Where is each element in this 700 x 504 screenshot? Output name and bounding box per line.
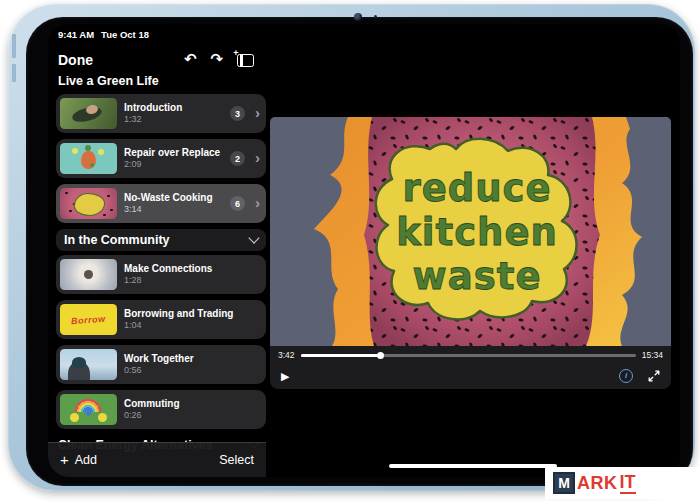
- volume-up-button: [12, 34, 16, 58]
- total-time: 15:34: [642, 350, 663, 360]
- chevron-down-icon: [248, 232, 259, 243]
- home-indicator[interactable]: [389, 464, 557, 468]
- item-title: No-Waste Cooking: [124, 192, 213, 204]
- video-frame-dragonfruit[interactable]: reduce kitchen waste: [270, 117, 671, 346]
- chevron-right-icon: ›: [255, 103, 260, 123]
- ipad-device: 9:41 AM Tue Oct 18 100% Done ↶ ↷: [8, 4, 695, 491]
- video-title-line3: waste: [413, 255, 542, 298]
- thumbnail-introduction: [60, 98, 117, 129]
- list-item-introduction[interactable]: Introduction 1:32 3 ›: [56, 94, 266, 133]
- video-player: reduce kitchen waste 3:42: [270, 117, 671, 389]
- player-buttons-row: ▶ i: [270, 362, 671, 389]
- add-clip-icon[interactable]: +: [237, 54, 254, 67]
- video-title-line2: kitchen: [396, 211, 558, 254]
- chevron-right-icon: ›: [255, 148, 260, 168]
- volume-down-button: [12, 64, 16, 82]
- watermark: M ARK IT: [545, 467, 700, 499]
- thumbnail-borrowing-and-trading: Borrow: [60, 304, 117, 335]
- item-title: Work Together: [124, 353, 194, 365]
- clip-count-badge: 2: [230, 151, 245, 166]
- current-time: 3:42: [278, 350, 295, 360]
- add-button[interactable]: + Add: [60, 453, 97, 467]
- item-duration: 1:04: [124, 320, 233, 331]
- done-button[interactable]: Done: [58, 52, 93, 68]
- list-item-repair-over-replace[interactable]: Repair over Replace 2:09 2 ›: [56, 139, 266, 178]
- play-icon[interactable]: ▶: [281, 370, 289, 382]
- watermark-text: ARK: [577, 473, 618, 494]
- thumb-text: Borrow: [71, 313, 106, 325]
- item-duration: 0:56: [124, 365, 194, 376]
- watermark-text-underlined: IT: [620, 473, 636, 494]
- item-title: Introduction: [124, 102, 182, 114]
- list-item-no-waste-cooking-selected[interactable]: No-Waste Cooking 3:14 6 ›: [56, 184, 266, 223]
- edit-toolbar: ↶ ↷ +: [184, 51, 254, 67]
- bezel: 9:41 AM Tue Oct 18 100% Done ↶ ↷: [26, 17, 693, 486]
- list-item-borrowing-and-trading[interactable]: Borrow Borrowing and Trading 1:04: [56, 300, 266, 339]
- player-controls: 3:42 15:34 ▶ i: [270, 346, 671, 389]
- clip-count-badge: 3: [230, 106, 245, 121]
- item-duration: 2:09: [124, 159, 220, 170]
- chapter-sidebar: Live a Green Life Introduction 1:32 3 ›: [48, 70, 266, 477]
- list-item-commuting[interactable]: Commuting 0:26: [56, 390, 266, 429]
- list-item-make-connections[interactable]: Make Connections 1:28: [56, 255, 266, 294]
- thumbnail-make-connections: [60, 259, 117, 290]
- item-title: Repair over Replace: [124, 147, 220, 159]
- thumbnail-work-together: [60, 349, 117, 380]
- fullscreen-icon[interactable]: [648, 370, 660, 382]
- watermark-logo-m: M: [553, 472, 575, 494]
- date: Tue Oct 18: [101, 29, 149, 40]
- thumbnail-repair-over-replace: [60, 143, 117, 174]
- item-duration: 1:32: [124, 114, 182, 125]
- undo-icon[interactable]: ↶: [184, 51, 197, 67]
- chapter-list: Live a Green Life Introduction 1:32 3 ›: [56, 70, 266, 455]
- status-bar-left: 9:41 AM Tue Oct 18: [58, 29, 149, 40]
- player-area: reduce kitchen waste 3:42: [266, 24, 680, 477]
- item-title: Commuting: [124, 398, 180, 410]
- progress-knob[interactable]: [377, 352, 384, 359]
- chevron-right-icon: ›: [255, 193, 260, 213]
- page: 9:41 AM Tue Oct 18 100% Done ↶ ↷: [0, 0, 700, 504]
- thumbnail-commuting: [60, 394, 117, 425]
- section-header-live-a-green-life: Live a Green Life: [58, 72, 266, 90]
- thumbnail-no-waste-cooking: [60, 188, 117, 219]
- info-icon[interactable]: i: [619, 369, 633, 383]
- item-duration: 1:28: [124, 275, 212, 286]
- clock: 9:41 AM: [58, 29, 94, 40]
- item-duration: 3:14: [124, 204, 213, 215]
- progress-played: [301, 354, 381, 357]
- item-title: Make Connections: [124, 263, 212, 275]
- item-duration: 0:26: [124, 410, 180, 421]
- list-item-work-together[interactable]: Work Together 0:56: [56, 345, 266, 384]
- camera-sensor-icon: [374, 15, 377, 18]
- select-button[interactable]: Select: [219, 453, 254, 467]
- plus-icon: +: [60, 453, 69, 467]
- item-title: Borrowing and Trading: [124, 308, 233, 320]
- progress-track[interactable]: [301, 354, 636, 357]
- front-camera-icon: [354, 13, 362, 21]
- sidebar-bottom-bar: + Add Select: [48, 442, 266, 477]
- screen: 9:41 AM Tue Oct 18 100% Done ↶ ↷: [48, 24, 680, 477]
- clip-count-badge: 6: [230, 196, 245, 211]
- section-header-in-the-community[interactable]: In the Community: [56, 229, 266, 251]
- scrubber-row: 3:42 15:34: [270, 346, 671, 362]
- redo-icon[interactable]: ↷: [211, 51, 224, 67]
- video-title-line1: reduce: [402, 167, 551, 210]
